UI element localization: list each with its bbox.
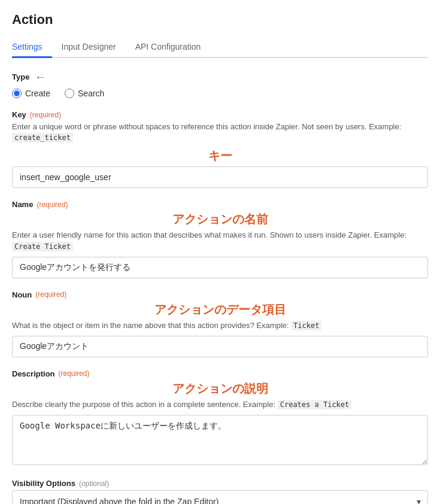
- key-input[interactable]: [12, 166, 428, 188]
- visibility-label-text: Visibility Options: [12, 479, 75, 488]
- tab-settings[interactable]: Settings: [12, 37, 52, 58]
- type-arrow-annotation: ←: [34, 70, 46, 84]
- key-annotation: キー: [12, 148, 428, 164]
- visibility-select[interactable]: Important (Displayed above the fold in t…: [12, 490, 428, 504]
- noun-label-text: Noun: [12, 290, 32, 299]
- key-field-label: Key (required): [12, 110, 428, 119]
- visibility-field-label: Visibility Options (optional): [12, 479, 428, 488]
- radio-create-label[interactable]: Create: [12, 89, 50, 98]
- type-label: Type: [12, 72, 29, 81]
- name-description: Enter a user friendly name for this acti…: [12, 230, 428, 251]
- key-required-badge: (required): [30, 111, 61, 119]
- name-field-label: Name (required): [12, 200, 428, 209]
- tab-input-designer[interactable]: Input Designer: [52, 37, 126, 58]
- visibility-optional-badge: (optional): [79, 479, 109, 488]
- noun-field-label: Noun (required): [12, 290, 428, 299]
- visibility-section: Visibility Options (optional) Important …: [12, 479, 428, 504]
- name-label-text: Name: [12, 200, 33, 209]
- visibility-select-wrapper: Important (Displayed above the fold in t…: [12, 490, 428, 504]
- name-required-badge: (required): [37, 201, 68, 209]
- noun-input[interactable]: [12, 336, 428, 357]
- description-field-label: Description (required): [12, 369, 428, 378]
- noun-annotation: アクションのデータ項目: [12, 302, 428, 318]
- radio-search-label[interactable]: Search: [65, 89, 104, 98]
- page-title: Action: [12, 12, 428, 28]
- radio-create[interactable]: [12, 89, 22, 98]
- description-required-badge: (required): [59, 369, 90, 378]
- description-section: Description (required) アクションの説明 Describe…: [12, 369, 428, 467]
- radio-search-text: Search: [78, 89, 104, 98]
- noun-section: Noun (required) アクションのデータ項目 What is the …: [12, 290, 428, 357]
- noun-required-badge: (required): [35, 290, 66, 299]
- type-section: Type ← Create Search: [12, 70, 428, 98]
- key-section: Key (required) Enter a unique word or ph…: [12, 110, 428, 188]
- radio-create-text: Create: [25, 89, 50, 98]
- description-annotation: アクションの説明: [12, 381, 428, 397]
- type-radio-group: Create Search: [12, 89, 428, 98]
- name-input[interactable]: [12, 257, 428, 278]
- key-description: Enter a unique word or phrase without sp…: [12, 122, 428, 143]
- name-annotation: アクションの名前: [12, 211, 428, 227]
- name-section: Name (required) アクションの名前 Enter a user fr…: [12, 200, 428, 278]
- description-label-text: Description: [12, 369, 55, 378]
- tab-api-configuration[interactable]: API Configuration: [126, 37, 211, 58]
- radio-search[interactable]: [65, 89, 74, 98]
- description-textarea[interactable]: [12, 415, 428, 465]
- description-field-desc: Describe clearly the purpose of this act…: [12, 399, 428, 410]
- noun-description: What is the object or item in the name a…: [12, 320, 428, 331]
- key-label-text: Key: [12, 110, 26, 119]
- tab-bar: Settings Input Designer API Configuratio…: [12, 37, 428, 58]
